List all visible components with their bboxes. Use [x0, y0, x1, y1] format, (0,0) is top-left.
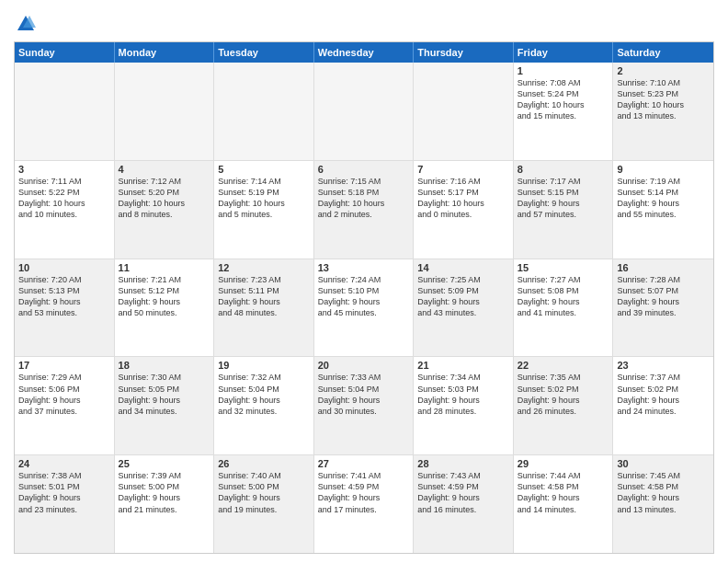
day-number: 18	[119, 360, 210, 371]
day-header-saturday: Saturday	[613, 42, 713, 63]
cell-info: Sunrise: 7:15 AM Sunset: 5:18 PM Dayligh…	[318, 176, 410, 221]
header	[14, 9, 714, 34]
cell-info: Sunrise: 7:44 AM Sunset: 4:58 PM Dayligh…	[518, 470, 609, 515]
cell-info: Sunrise: 7:38 AM Sunset: 5:01 PM Dayligh…	[18, 470, 110, 515]
day-number: 12	[218, 262, 310, 273]
day-number: 4	[119, 164, 210, 175]
day-number: 28	[417, 458, 509, 469]
day-header-sunday: Sunday	[15, 42, 115, 63]
day-number: 10	[18, 262, 110, 273]
calendar-cell: 28Sunrise: 7:43 AM Sunset: 4:59 PM Dayli…	[414, 455, 514, 553]
cell-info: Sunrise: 7:43 AM Sunset: 4:59 PM Dayligh…	[417, 470, 509, 515]
calendar-cell: 6Sunrise: 7:15 AM Sunset: 5:18 PM Daylig…	[314, 161, 415, 259]
cell-info: Sunrise: 7:30 AM Sunset: 5:05 PM Dayligh…	[119, 372, 210, 417]
day-header-wednesday: Wednesday	[314, 42, 415, 63]
day-number: 24	[18, 458, 110, 469]
calendar-cell: 18Sunrise: 7:30 AM Sunset: 5:05 PM Dayli…	[115, 357, 215, 454]
calendar-cell: 21Sunrise: 7:34 AM Sunset: 5:03 PM Dayli…	[414, 357, 514, 454]
day-number: 30	[617, 458, 710, 469]
cell-info: Sunrise: 7:29 AM Sunset: 5:06 PM Dayligh…	[18, 372, 110, 417]
day-number: 1	[518, 65, 609, 76]
cell-info: Sunrise: 7:35 AM Sunset: 5:02 PM Dayligh…	[518, 372, 609, 417]
calendar-cell: 7Sunrise: 7:16 AM Sunset: 5:17 PM Daylig…	[414, 161, 514, 259]
cell-info: Sunrise: 7:45 AM Sunset: 4:58 PM Dayligh…	[617, 470, 710, 515]
day-number: 29	[518, 458, 609, 469]
cell-info: Sunrise: 7:28 AM Sunset: 5:07 PM Dayligh…	[617, 274, 710, 319]
day-number: 11	[119, 262, 210, 273]
day-number: 15	[518, 262, 609, 273]
calendar: SundayMondayTuesdayWednesdayThursdayFrid…	[14, 41, 714, 554]
calendar-cell: 22Sunrise: 7:35 AM Sunset: 5:02 PM Dayli…	[514, 357, 614, 454]
cell-info: Sunrise: 7:40 AM Sunset: 5:00 PM Dayligh…	[218, 470, 310, 515]
calendar-cell: 2Sunrise: 7:10 AM Sunset: 5:23 PM Daylig…	[613, 63, 713, 160]
calendar-cell: 10Sunrise: 7:20 AM Sunset: 5:13 PM Dayli…	[15, 259, 115, 357]
calendar-cell: 29Sunrise: 7:44 AM Sunset: 4:58 PM Dayli…	[514, 455, 614, 553]
cell-info: Sunrise: 7:12 AM Sunset: 5:20 PM Dayligh…	[119, 176, 210, 221]
day-number: 19	[218, 360, 310, 371]
calendar-cell: 24Sunrise: 7:38 AM Sunset: 5:01 PM Dayli…	[15, 455, 115, 553]
day-header-thursday: Thursday	[414, 42, 514, 63]
calendar-cell	[214, 63, 314, 160]
day-number: 6	[318, 164, 410, 175]
day-number: 17	[18, 360, 110, 371]
cell-info: Sunrise: 7:14 AM Sunset: 5:19 PM Dayligh…	[218, 176, 310, 221]
cell-info: Sunrise: 7:17 AM Sunset: 5:15 PM Dayligh…	[518, 176, 609, 221]
cell-info: Sunrise: 7:37 AM Sunset: 5:02 PM Dayligh…	[617, 372, 710, 417]
cell-info: Sunrise: 7:41 AM Sunset: 4:59 PM Dayligh…	[318, 470, 410, 515]
calendar-cell: 1Sunrise: 7:08 AM Sunset: 5:24 PM Daylig…	[514, 63, 614, 160]
cell-info: Sunrise: 7:20 AM Sunset: 5:13 PM Dayligh…	[18, 274, 110, 319]
calendar-cell: 27Sunrise: 7:41 AM Sunset: 4:59 PM Dayli…	[314, 455, 415, 553]
cell-info: Sunrise: 7:25 AM Sunset: 5:09 PM Dayligh…	[417, 274, 509, 319]
calendar-cell: 20Sunrise: 7:33 AM Sunset: 5:04 PM Dayli…	[314, 357, 415, 454]
calendar-row-0: 1Sunrise: 7:08 AM Sunset: 5:24 PM Daylig…	[15, 63, 713, 161]
calendar-cell: 30Sunrise: 7:45 AM Sunset: 4:58 PM Dayli…	[613, 455, 713, 553]
cell-info: Sunrise: 7:19 AM Sunset: 5:14 PM Dayligh…	[617, 176, 710, 221]
day-number: 26	[218, 458, 310, 469]
day-number: 9	[617, 164, 710, 175]
day-number: 22	[518, 360, 609, 371]
day-number: 25	[119, 458, 210, 469]
day-number: 5	[218, 164, 310, 175]
cell-info: Sunrise: 7:24 AM Sunset: 5:10 PM Dayligh…	[318, 274, 410, 319]
calendar-cell	[15, 63, 115, 160]
day-number: 13	[318, 262, 410, 273]
cell-info: Sunrise: 7:11 AM Sunset: 5:22 PM Dayligh…	[18, 176, 110, 221]
day-number: 21	[417, 360, 509, 371]
calendar-cell: 4Sunrise: 7:12 AM Sunset: 5:20 PM Daylig…	[115, 161, 215, 259]
day-number: 2	[617, 65, 710, 76]
cell-info: Sunrise: 7:23 AM Sunset: 5:11 PM Dayligh…	[218, 274, 310, 319]
cell-info: Sunrise: 7:21 AM Sunset: 5:12 PM Dayligh…	[119, 274, 210, 319]
calendar-cell: 14Sunrise: 7:25 AM Sunset: 5:09 PM Dayli…	[414, 259, 514, 357]
calendar-row-3: 17Sunrise: 7:29 AM Sunset: 5:06 PM Dayli…	[15, 357, 713, 455]
calendar-row-4: 24Sunrise: 7:38 AM Sunset: 5:01 PM Dayli…	[15, 455, 713, 553]
calendar-cell: 12Sunrise: 7:23 AM Sunset: 5:11 PM Dayli…	[214, 259, 314, 357]
day-number: 7	[417, 164, 509, 175]
page: SundayMondayTuesdayWednesdayThursdayFrid…	[0, 0, 728, 563]
calendar-cell: 25Sunrise: 7:39 AM Sunset: 5:00 PM Dayli…	[115, 455, 215, 553]
cell-info: Sunrise: 7:10 AM Sunset: 5:23 PM Dayligh…	[617, 77, 710, 122]
day-number: 27	[318, 458, 410, 469]
logo-icon	[16, 14, 36, 34]
day-number: 14	[417, 262, 509, 273]
cell-info: Sunrise: 7:33 AM Sunset: 5:04 PM Dayligh…	[318, 372, 410, 417]
calendar-cell	[414, 63, 514, 160]
logo	[14, 9, 36, 34]
calendar-cell: 5Sunrise: 7:14 AM Sunset: 5:19 PM Daylig…	[214, 161, 314, 259]
day-number: 3	[18, 164, 110, 175]
calendar-row-2: 10Sunrise: 7:20 AM Sunset: 5:13 PM Dayli…	[15, 259, 713, 358]
cell-info: Sunrise: 7:27 AM Sunset: 5:08 PM Dayligh…	[518, 274, 609, 319]
calendar-cell: 26Sunrise: 7:40 AM Sunset: 5:00 PM Dayli…	[214, 455, 314, 553]
calendar-cell: 16Sunrise: 7:28 AM Sunset: 5:07 PM Dayli…	[613, 259, 713, 357]
calendar-body: 1Sunrise: 7:08 AM Sunset: 5:24 PM Daylig…	[15, 63, 713, 553]
day-number: 16	[617, 262, 710, 273]
calendar-cell	[115, 63, 215, 160]
day-number: 8	[518, 164, 609, 175]
cell-info: Sunrise: 7:34 AM Sunset: 5:03 PM Dayligh…	[417, 372, 509, 417]
calendar-cell: 19Sunrise: 7:32 AM Sunset: 5:04 PM Dayli…	[214, 357, 314, 454]
calendar-cell: 13Sunrise: 7:24 AM Sunset: 5:10 PM Dayli…	[314, 259, 415, 357]
cell-info: Sunrise: 7:08 AM Sunset: 5:24 PM Dayligh…	[518, 77, 609, 122]
cell-info: Sunrise: 7:16 AM Sunset: 5:17 PM Dayligh…	[417, 176, 509, 221]
day-header-tuesday: Tuesday	[214, 42, 314, 63]
calendar-cell: 9Sunrise: 7:19 AM Sunset: 5:14 PM Daylig…	[613, 161, 713, 259]
cell-info: Sunrise: 7:39 AM Sunset: 5:00 PM Dayligh…	[119, 470, 210, 515]
